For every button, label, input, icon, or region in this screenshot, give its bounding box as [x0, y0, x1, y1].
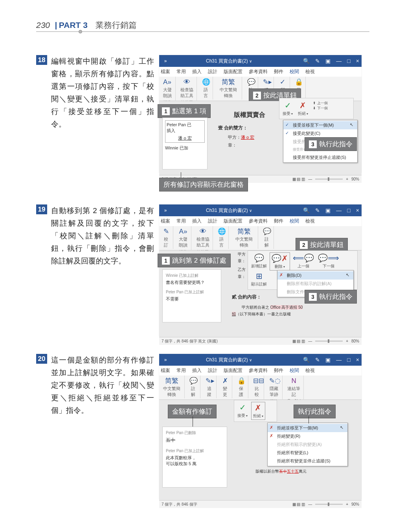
rev20-2a: Peter Pan 已加上註解 — [166, 448, 224, 454]
window-icon[interactable]: ▣ — [325, 58, 331, 64]
rev20-2b: 此本頁數較厚， — [166, 455, 224, 461]
rev1-text: 潘 o 宏 — [167, 135, 203, 141]
step-text-19: 自動移到第 2 個修訂處，是有關註解及回覆的文字，按下「校閱＼註解＼刪除」清單鈕… — [51, 204, 154, 267]
revisions-pane-20[interactable]: Peter Pan 已刪除 五十 Peter Pan 已加上註解 此本頁數較厚，… — [162, 427, 227, 488]
step-text-18: 編輯視窗中開啟「修訂」工作窗格，顯示所有修訂內容。點選第一項修訂內容，按下「校閱… — [51, 55, 154, 131]
callout-s19-3: 3執行此指令 — [305, 290, 357, 304]
rev20-1a: Peter Pan 已刪除 — [166, 430, 224, 436]
cmt1-text: 書名有需要變更嗎？ — [166, 280, 218, 285]
onenote-icon[interactable]: N — [287, 377, 300, 385]
doc-body-l1: 壹 合約雙方： — [218, 125, 248, 131]
accept-button-20[interactable]: ✓接受 ▾ — [236, 402, 249, 419]
callout-s18-pane: 所有修訂內容顯示在此窗格 — [159, 178, 248, 191]
doc-body-title: 版權買賣合 — [234, 111, 265, 119]
step-text-20: 這一個是金額的部分有作修訂並加上註解説明文字。如果確定不要修改，執行「校閱＼變更… — [51, 354, 154, 417]
screenshot-18: » Ch31 買賣合約書(2) ∨ 🔍✎▣—□× 檔案 常用 插入 設計 版面配… — [159, 55, 362, 173]
callout-s20-1: 金額有作修訂 — [168, 405, 217, 418]
translate-label: 中文繁簡轉換 — [220, 87, 237, 98]
newcomment-button[interactable]: 💬新增註解 — [250, 252, 268, 270]
page-number: 230 — [36, 20, 50, 29]
step-number-18: 18 — [36, 55, 47, 65]
section-title: 業務行銷篇 — [95, 20, 137, 29]
restore-icon[interactable]: □ — [347, 58, 350, 64]
comments-pane[interactable]: Winnie 已加上註解 書名有需要變更嗎？ Peter Pan 已加上註解 不… — [162, 269, 221, 322]
reject-menu[interactable]: ✗拒絕並移至下一個(M) ↖ ✗拒絕變更(R) 拒絕所有顯示的變更(A) 拒絕所… — [267, 423, 348, 466]
header-rule — [36, 31, 369, 32]
changes-icon[interactable]: ✓ — [279, 78, 286, 86]
screenshot-20: » Ch31 買賣合約書(2) ∨ 🔍✎▣—□× 檔案常用插入設計版面配置參考資… — [159, 354, 362, 499]
word-titlebar-19: » Ch31 買賣合約書(2) ∨ 🔍✎▣—□× — [159, 204, 362, 216]
cmt2-text: 不需要 — [166, 296, 218, 302]
tab-design[interactable]: 設計 — [208, 68, 217, 75]
reject-move-next[interactable]: ✗拒絕並移至下一個(M) ↖ — [268, 424, 347, 432]
close-icon[interactable]: × — [356, 58, 359, 64]
nextcmt-button[interactable]: 💬⟹下一個 — [316, 252, 341, 270]
tab-insert[interactable]: 插入 — [192, 68, 202, 75]
rev20-2c: 可以版稅加 5 萬 — [166, 461, 224, 467]
tab-mailings[interactable]: 郵件 — [274, 68, 283, 75]
readaloud-icon[interactable]: A» — [162, 78, 172, 86]
accept-this-change[interactable]: ✓接受此變更(C) — [283, 129, 357, 138]
doc-title: Ch31 買賣合約書(2) — [206, 58, 248, 64]
tab-layout[interactable]: 版面配置 — [224, 68, 242, 75]
rev1-author: Peter Pan 已 — [167, 122, 203, 128]
next-change[interactable]: ⬇ 下一個 — [313, 106, 328, 110]
cmt1-author: Winnie 已加上註解 — [166, 273, 218, 278]
prevcmt-button[interactable]: ⟸💬上一個 — [291, 252, 316, 270]
search-icon[interactable]: 🔍 — [303, 58, 310, 64]
cmt2-author: Peter Pan 已加上註解 — [166, 289, 218, 295]
word-tabs: 檔案 常用 插入 設計 版面配置 參考資料 郵件 校閱 檢視 — [159, 67, 362, 77]
showcmt-button[interactable]: ⊞顯示註解 — [250, 271, 268, 288]
readaloud-label: 大聲朗讀 — [163, 87, 172, 98]
word-titlebar: » Ch31 買賣合約書(2) ∨ 🔍✎▣—□× — [159, 55, 362, 67]
step-number-19: 19 — [36, 204, 47, 214]
tab-file[interactable]: 檔案 — [161, 68, 170, 75]
reject-button-20[interactable]: ✗拒絕 ▾ — [251, 402, 265, 420]
comment-icon[interactable]: 💬 — [247, 78, 255, 86]
accept-all-stop[interactable]: 接受所有變更並停止追蹤(S) — [283, 153, 357, 162]
screenshot-19: » Ch31 買賣合約書(2) ∨ 🔍✎▣—□× 檔案常用插入設計版面配置參考資… — [159, 204, 362, 336]
doc-body-sec: 貳 合約內容： — [232, 294, 261, 300]
protect-icon[interactable]: 🔒 — [295, 78, 302, 86]
pen-icon[interactable]: ✎ — [315, 58, 320, 64]
reject-shown[interactable]: 拒絕所有顯示的變更(A) — [268, 440, 347, 449]
revisions-pane[interactable]: Peter Pan 已 插入 潘 o 宏 Winnie 已加 — [162, 118, 208, 169]
callout-s20-2: 執行此指令 — [294, 405, 336, 418]
rev1-action: 插入 — [167, 128, 203, 134]
page-header: 230 | PART 3 業務行銷篇 — [36, 20, 369, 31]
delete-item[interactable]: ✗刪除(D) ↖ — [277, 271, 353, 280]
accessibility-label: 檢查協助工具 — [180, 87, 193, 98]
doc-body-l3: 章： — [228, 142, 237, 148]
minimize-icon[interactable]: — — [336, 58, 342, 64]
part-label: PART 3 — [59, 20, 88, 29]
review-icon[interactable]: ✎ — [162, 228, 170, 236]
accept-button[interactable]: ✓接受 ▾ — [281, 100, 294, 117]
delete-shown[interactable]: 刪除所有顯示的註解(A) — [277, 280, 353, 288]
zoom-level: 90% — [351, 177, 359, 181]
tab-references[interactable]: 參考資料 — [249, 68, 268, 75]
step-number-20: 20 — [36, 354, 47, 364]
header-dot — [79, 30, 82, 33]
tab-review[interactable]: 校閱 — [290, 68, 299, 75]
reject-button[interactable]: ✗拒絕 ▾ — [296, 100, 310, 117]
callout-s18-3: 3執行此指令 — [305, 137, 357, 151]
translate-icon[interactable]: 简繁 — [218, 78, 239, 86]
rev20-1b: 五十 — [166, 437, 224, 444]
reject-all-stop[interactable]: 拒絕所有變更並停止追蹤(S) — [268, 457, 347, 465]
prev-change[interactable]: ⬆ 上一個 — [313, 101, 328, 105]
callout-s19-1: 1跳到第 2 個修訂處 — [158, 254, 231, 267]
accessibility-icon[interactable]: 👁 — [180, 78, 193, 86]
language-icon[interactable]: 🌐 — [202, 78, 209, 86]
reject-change[interactable]: ✗拒絕變更(R) — [268, 432, 347, 440]
accept-move-next[interactable]: ✓接受並移至下一個(M) ↖ — [283, 121, 357, 129]
rev2-author: Winnie 已加 — [165, 145, 205, 151]
reject-all[interactable]: 拒絕所有變更(L) — [268, 449, 347, 457]
tab-home[interactable]: 常用 — [176, 68, 186, 75]
doc-body-l2: 甲方： — [228, 135, 241, 140]
language-label: 語言 — [204, 87, 208, 98]
tab-view[interactable]: 檢視 — [305, 68, 315, 75]
delete-comment-button[interactable]: 💬✗刪除 ▾ — [270, 252, 290, 271]
track-icon[interactable]: ✎▸ — [263, 78, 270, 86]
callout-s19-2: 2按此清單鈕 — [296, 238, 348, 252]
callout-s18-1: 1點選第 1 項 — [158, 104, 211, 118]
